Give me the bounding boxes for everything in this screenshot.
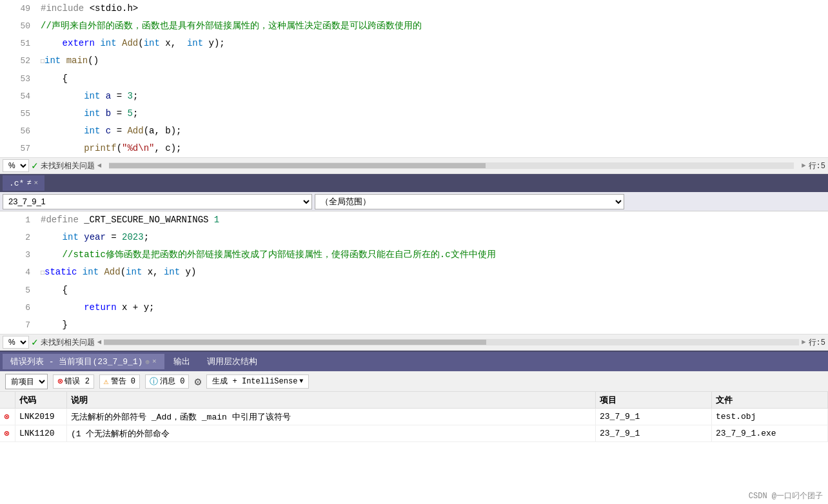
tab-bar: .c* ≠ × [0,174,828,192]
line-num-50: 50 [0,18,35,35]
no-issues-indicator-bottom: ✓ 未找到相关问题 [32,336,95,349]
line-content-53: { [38,70,828,87]
call-hierarchy-tab-label: 调用层次结构 [207,356,257,367]
bottom-scrollbar-thumb [104,340,486,345]
error-row-1-file: test.obj [712,409,828,425]
row-indicator-top: 行:5 [809,160,825,171]
project-filter-dropdown[interactable]: 前项目 [5,374,48,389]
code-line-53: 53 { [0,70,828,88]
zoom-dropdown[interactable]: % [3,159,29,172]
error-row-1-code: LNK2019 [15,409,67,425]
col-project-header: 项目 [596,392,712,408]
filter-icon[interactable]: ⚙ [194,374,201,389]
line-content-49: #include <stdio.h> [38,0,828,17]
bottom-code-panel: 1 #define _CRT_SECURE_NO_WARNINGS 1 2 in… [0,211,828,351]
error-row-1-icon: ⊗ [0,409,15,425]
top-scrollbar-thumb [109,163,486,168]
error-row-2[interactable]: ⊗ LNK1120 (1 个无法解析的外部命令 23_7_9_1 23_7_9_… [0,425,828,442]
error-table-header: 代码 说明 项目 文件 [0,392,828,409]
call-hierarchy-tab[interactable]: 调用层次结构 [199,354,265,369]
line-num-b3: 3 [0,247,35,264]
warn-count-button[interactable]: ⚠ 警告 0 [99,374,140,389]
line-num-56: 56 [0,123,35,140]
code-line-b2: 2 int year = 2023; [0,229,828,246]
scroll-right-btn[interactable]: ► [802,162,806,170]
error-icon: ⊗ [57,376,63,387]
error-row-2-project: 23_7_9_1 [596,425,712,441]
error-table: 代码 说明 项目 文件 ⊗ LNK2019 无法解析的外部符号 _Add，函数 … [0,392,828,504]
build-dropdown-arrow: ▼ [299,378,303,385]
error-row-1[interactable]: ⊗ LNK2019 无法解析的外部符号 _Add，函数 _main 中引用了该符… [0,409,828,425]
line-num-53: 53 [0,71,35,88]
code-line-56: 56 int c = Add(a, b); [0,122,828,140]
top-status-bar: % ✓ 未找到相关问题 ◄ ► 行:5 [0,157,828,174]
error-count-button[interactable]: ⊗ 错误 2 [53,374,94,389]
func-dropdown[interactable]: （全局范围） [315,194,624,209]
line-num-51: 51 [0,35,35,52]
line-content-50: //声明来自外部的函数，函数也是具有外部链接属性的，这种属性决定函数是可以跨函数… [38,17,828,34]
tab-close-btn[interactable]: × [34,179,39,187]
col-file-header: 文件 [712,392,828,408]
build-label: 生成 + IntelliSense [212,376,297,387]
scroll-right-btn-bottom[interactable]: ► [802,338,806,346]
error-row-2-code: LNK1120 [15,425,67,441]
bottom-scrollbar[interactable] [104,339,799,345]
error-row-2-icon: ⊗ [0,425,15,441]
error-row-1-project: 23_7_9_1 [596,409,712,425]
code-line-50: 50 //声明来自外部的函数，函数也是具有外部链接属性的，这种属性决定函数是可以… [0,17,828,35]
line-num-b6: 6 [0,300,35,316]
code-line-b3: 3 //static修饰函数是把函数的外部链接属性改成了内部链接属性，使得函数只… [0,246,828,264]
build-button[interactable]: 生成 + IntelliSense ▼ [206,374,309,389]
zoom-dropdown-bottom[interactable]: % [3,336,29,349]
error-count-label: 错误 2 [64,376,89,387]
dropdown-bar: 23_7_9_1 （全局范围） [0,192,828,211]
scope-dropdown[interactable]: 23_7_9_1 [3,194,312,209]
line-num-52: 52 [0,53,35,70]
line-num-54: 54 [0,88,35,105]
line-num-b4: 4 [0,264,35,281]
code-line-54: 54 int a = 3; [0,88,828,105]
code-line-55: 55 int b = 5; [0,105,828,122]
top-scrollbar[interactable] [109,162,794,169]
error-circle-icon-1: ⊗ [4,411,9,422]
line-content-51: extern int Add(int x, int y); [38,35,828,52]
line-content-b3: //static修饰函数是把函数的外部链接属性改成了内部链接属性，使得函数只能在… [38,246,828,263]
output-tab[interactable]: 输出 [166,354,198,369]
no-issues-text: 未找到相关问题 [41,160,95,171]
line-num-49: 49 [0,1,35,17]
info-count-button[interactable]: ⓘ 消息 0 [145,374,189,389]
error-row-2-desc: (1 个无法解析的外部命令 [67,425,596,441]
error-list-tab-label: 错误列表 - 当前项目(23_7_9_1) [10,356,143,367]
error-tab-bar: 错误列表 - 当前项目(23_7_9_1) ⊕ × 输出 调用层次结构 [0,352,828,371]
checkmark-icon: ✓ [32,159,38,172]
scroll-left-btn-bottom[interactable]: ◄ [97,338,102,346]
line-content-57: printf("%d\n", c); [38,140,828,157]
watermark: CSDN @一口叼个团子 [749,490,823,501]
output-tab-label: 输出 [173,356,190,367]
no-issues-indicator: ✓ 未找到相关问题 [32,159,95,172]
row-indicator-bottom: 行:5 [809,337,825,348]
warning-icon: ⚠ [104,376,109,387]
code-line-52: 52 □int main() [0,52,828,70]
line-num-b2: 2 [0,229,35,246]
scroll-left-btn[interactable]: ◄ [97,162,102,170]
code-line-51: 51 extern int Add(int x, int y); [0,35,828,52]
pin-icon-error: ⊕ [145,358,150,366]
line-content-56: int c = Add(a, b); [38,122,828,139]
error-circle-icon-2: ⊗ [4,428,9,439]
line-content-55: int b = 5; [38,105,828,122]
info-count-label: 消息 0 [160,376,184,387]
col-desc-header: 说明 [67,392,596,408]
code-line-b6: 6 return x + y; [0,299,828,316]
scroll-nav-area-bottom: ◄ ► [97,338,806,346]
tab-c-file[interactable]: .c* ≠ × [3,175,44,191]
code-line-57: 57 printf("%d\n", c); [0,140,828,157]
tab-c-file-label: .c* [9,179,24,188]
line-num-b5: 5 [0,282,35,299]
col-code-header: 代码 [15,392,67,408]
line-content-52: □int main() [38,52,828,70]
no-issues-text-bottom: 未找到相关问题 [41,337,95,348]
checkmark-icon-bottom: ✓ [32,336,38,349]
error-list-tab[interactable]: 错误列表 - 当前项目(23_7_9_1) ⊕ × [3,354,164,369]
error-list-tab-close[interactable]: × [152,358,157,365]
